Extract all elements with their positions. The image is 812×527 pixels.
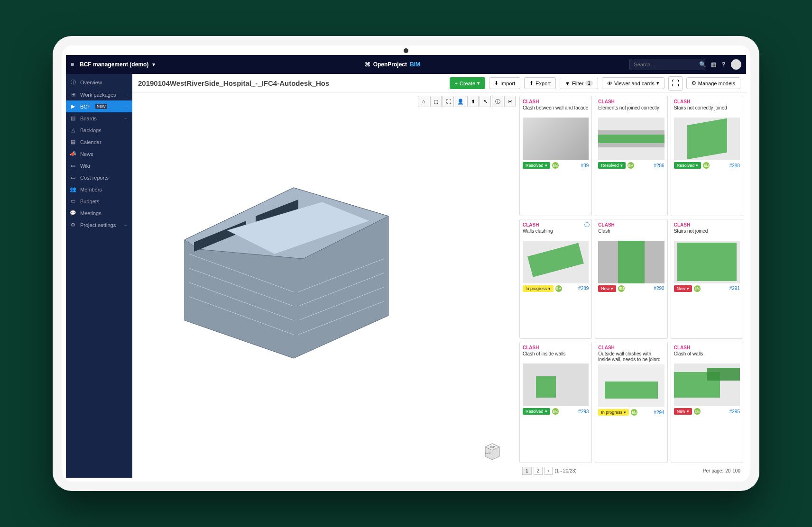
chevron-down-icon: ▾ <box>624 410 626 415</box>
import-icon: ⬇ <box>494 80 498 86</box>
bcf-card[interactable]: CLASHClash between wall and facadeResolv… <box>519 96 592 216</box>
sidebar-item-project-settings[interactable]: ⚙Project settings→ <box>66 219 132 231</box>
card-id[interactable]: #288 <box>729 163 740 168</box>
per-page-label: Per page: <box>703 468 723 473</box>
sidebar-item-backlogs[interactable]: △Backlogs <box>66 124 132 136</box>
filter-button[interactable]: ▼Filter1 <box>560 78 598 89</box>
card-id[interactable]: #286 <box>654 163 664 168</box>
bcf-icon: ▶ <box>70 103 76 109</box>
bcf-card[interactable]: CLASHStairs not joinedNew ▾BM#291 <box>671 219 743 339</box>
page-title: 20190104WestRiverSide_Hospital_-_IFC4-Au… <box>138 79 446 87</box>
assignee-avatar[interactable]: BM <box>555 285 562 292</box>
viewer-person-button[interactable]: 👤 <box>455 96 466 107</box>
card-title: Clash of walls <box>674 351 740 362</box>
news-icon: 📣 <box>70 151 76 157</box>
manage-models-button[interactable]: ⚙Manage models <box>686 77 740 89</box>
toolbar: 20190104WestRiverSide_Hospital_-_IFC4-Au… <box>132 74 746 93</box>
plus-icon: + <box>455 81 458 86</box>
viewer-info-button[interactable]: ⓘ <box>492 96 503 107</box>
chevron-down-icon[interactable]: ▾ <box>152 61 155 68</box>
help-icon[interactable]: ? <box>722 61 725 68</box>
model-viewer[interactable]: ⌂ ▢ ⛶ 👤 ⬆ ↖ ⓘ ✂ <box>132 93 518 478</box>
card-id[interactable]: #291 <box>729 286 740 291</box>
bcf-card[interactable]: CLASHOutside wall clashes with inside wa… <box>595 342 667 463</box>
status-chip[interactable]: Resolved ▾ <box>598 162 626 169</box>
info-icon: ⓘ <box>495 98 500 105</box>
bcf-card[interactable]: ⓘCLASHWalls clashingIn progress ▾BM#289 <box>519 219 592 339</box>
view-mode-selector[interactable]: 👁Viewer and cards▾ <box>602 77 664 89</box>
assignee-avatar[interactable]: BM <box>552 162 559 169</box>
backlogs-icon: △ <box>70 127 76 133</box>
import-button[interactable]: ⬇Import <box>489 77 520 89</box>
viewer-expand-button[interactable]: ⛶ <box>443 96 454 107</box>
status-chip[interactable]: In progress ▾ <box>523 285 554 292</box>
search-field[interactable] <box>634 62 699 67</box>
bcf-card[interactable]: CLASHClash of wallsNew ▾BM#295 <box>671 342 743 463</box>
assignee-avatar[interactable]: BM <box>694 408 701 415</box>
assignee-avatar[interactable]: BM <box>627 162 634 169</box>
sidebar-item-wiki[interactable]: ▭Wiki <box>66 160 132 172</box>
info-icon[interactable]: ⓘ <box>584 221 590 228</box>
assignee-avatar[interactable]: BM <box>631 409 637 416</box>
viewer-cut-button[interactable]: ✂ <box>504 96 516 107</box>
sidebar-item-news[interactable]: 📣News <box>66 148 132 160</box>
project-selector[interactable]: BCF management (demo) <box>80 61 148 68</box>
sidebar-item-meetings[interactable]: 💬Meetings <box>66 207 132 219</box>
navigation-cube[interactable]: TOP FRONT <box>480 440 504 463</box>
viewer-cursor-button[interactable]: ↖ <box>480 96 491 107</box>
bcf-card[interactable]: CLASHClash of inside wallsResolved ▾BM#2… <box>519 342 592 463</box>
box-icon: ▢ <box>434 99 438 105</box>
export-button[interactable]: ⬆Export <box>524 77 556 89</box>
fullscreen-button[interactable]: ⛶ <box>668 76 683 91</box>
search-icon[interactable]: 🔍 <box>699 61 706 68</box>
viewer-box-button[interactable]: ▢ <box>430 96 442 107</box>
status-chip[interactable]: Resolved ▾ <box>523 162 550 169</box>
status-chip[interactable]: In progress ▾ <box>598 409 629 416</box>
sidebar-item-boards[interactable]: ▥Boards→ <box>66 112 132 124</box>
page-1-button[interactable]: 1 <box>522 467 532 475</box>
viewer-home-button[interactable]: ⌂ <box>418 96 429 107</box>
card-thumbnail <box>674 363 740 406</box>
per-page-100[interactable]: 100 <box>732 468 740 473</box>
status-chip[interactable]: New ▾ <box>598 285 616 292</box>
page-2-button[interactable]: 2 <box>534 467 543 475</box>
card-id[interactable]: #289 <box>578 286 589 291</box>
card-id[interactable]: #39 <box>581 163 589 168</box>
sidebar-item-bcf[interactable]: ▶BCFNEW→ <box>66 100 132 112</box>
app-logo[interactable]: ⌘ OpenProjectBIM <box>365 61 420 68</box>
sidebar-item-overview[interactable]: ⓘOverview <box>66 76 132 89</box>
status-chip[interactable]: New ▾ <box>674 408 692 415</box>
sidebar-item-work-packages[interactable]: ⊞Work packages→ <box>66 89 132 100</box>
assignee-avatar[interactable]: BM <box>703 162 710 169</box>
search-input[interactable]: 🔍 <box>629 59 705 70</box>
status-chip[interactable]: Resolved ▾ <box>523 408 550 415</box>
status-chip[interactable]: New ▾ <box>674 285 692 292</box>
sidebar-item-members[interactable]: 👥Members <box>66 183 132 195</box>
bcf-card[interactable]: CLASHClashNew ▾BM#290 <box>595 219 667 339</box>
sidebar-item-calendar[interactable]: ▦Calendar <box>66 136 132 148</box>
sidebar-item-budgets[interactable]: ▭Budgets <box>66 195 132 207</box>
hamburger-icon[interactable]: ≡ <box>71 61 74 68</box>
apps-grid-icon[interactable]: ▦ <box>711 61 716 68</box>
card-id[interactable]: #294 <box>654 410 664 415</box>
create-button[interactable]: +Create▾ <box>450 77 485 89</box>
assignee-avatar[interactable]: BM <box>618 285 625 292</box>
card-type-label: CLASH <box>674 222 740 227</box>
status-chip[interactable]: Resolved ▾ <box>674 162 701 169</box>
card-id[interactable]: #295 <box>729 409 740 414</box>
per-page-20[interactable]: 20 <box>725 468 730 473</box>
sidebar-item-label: News <box>80 151 93 157</box>
bcf-card[interactable]: CLASHStairs not correctly joinedResolved… <box>671 96 743 216</box>
avatar[interactable] <box>731 59 741 70</box>
sidebar-item-cost-reports[interactable]: ▭Cost reports <box>66 172 132 183</box>
card-id[interactable]: #290 <box>654 286 664 291</box>
card-id[interactable]: #293 <box>578 409 589 414</box>
assignee-avatar[interactable]: BM <box>552 408 559 415</box>
budgets-icon: ▭ <box>70 198 76 204</box>
viewer-upload-button[interactable]: ⬆ <box>467 96 479 107</box>
assignee-avatar[interactable]: BM <box>694 285 701 292</box>
bcf-card[interactable]: CLASHElements not joined correctlyResolv… <box>595 96 667 216</box>
page-next-button[interactable]: › <box>544 467 553 475</box>
card-title: Stairs not correctly joined <box>674 105 740 116</box>
sidebar-item-label: Cost reports <box>80 175 109 181</box>
